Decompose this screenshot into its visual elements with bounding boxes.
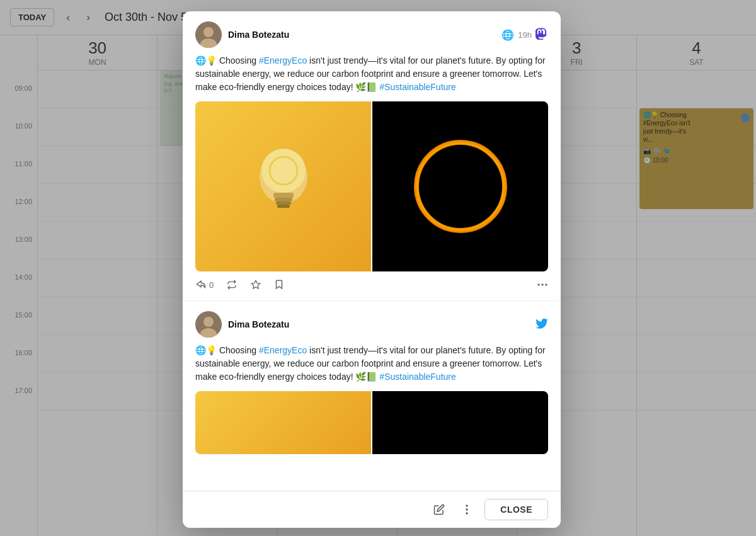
more-icon-1 (537, 283, 548, 286)
post-text-1: 🌐💡 Choosing #EnergyEco isn't just trendy… (195, 54, 548, 94)
mastodon-icon-1 (536, 27, 548, 43)
svg-point-1 (203, 27, 214, 37)
globe-icon-1: 🌐 (501, 29, 514, 41)
post-images-2 (195, 391, 548, 454)
user-name-1: Dima Botezatu (228, 30, 289, 40)
close-button[interactable]: CLOSE (484, 499, 548, 520)
user-name-2: Dima Botezatu (228, 319, 289, 329)
favorite-button-1[interactable] (250, 280, 261, 290)
avatar-2 (195, 311, 222, 338)
post-text-2: 🌐💡 Choosing #EnergyEco isn't just trendy… (195, 344, 548, 384)
hashtag-energyeco-1[interactable]: #EnergyEco (259, 55, 307, 66)
hashtag-sustainablefuture-2[interactable]: #SustainableFuture (379, 372, 455, 382)
svg-point-11 (416, 142, 505, 231)
svg-point-15 (541, 283, 543, 285)
svg-rect-9 (277, 205, 290, 208)
post-image-ring (372, 101, 548, 271)
post-header-2: Dima Botezatu (195, 311, 548, 338)
post-card-2: Dima Botezatu 🌐💡 Choosing #EnergyEco isn… (183, 301, 561, 464)
svg-point-14 (537, 283, 539, 285)
lightbulb-svg (246, 136, 321, 237)
bookmark-button-1[interactable] (274, 279, 284, 290)
user-info-1: Dima Botezatu (228, 30, 289, 40)
post-card-1: Dima Botezatu 🌐 19h 🌐💡 Choosing #EnergyE… (183, 11, 561, 301)
svg-rect-6 (273, 193, 294, 198)
modal-body[interactable]: Dima Botezatu 🌐 19h 🌐💡 Choosing #EnergyE… (183, 11, 561, 491)
svg-point-4 (261, 149, 306, 193)
edit-icon (433, 504, 445, 515)
post-image-bulb (195, 101, 371, 271)
reply-button-1[interactable]: 0 (195, 280, 214, 290)
post-images-1 (195, 101, 548, 271)
vertical-dots-icon (465, 504, 469, 515)
retweet-button-1[interactable] (226, 280, 238, 290)
user-info-2: Dima Botezatu (228, 319, 289, 329)
svg-rect-8 (276, 202, 291, 205)
post-header-1: Dima Botezatu 🌐 19h (195, 21, 548, 48)
social-post-modal: Dima Botezatu 🌐 19h 🌐💡 Choosing #EnergyE… (183, 11, 561, 528)
time-ago-1: 19h (518, 30, 532, 40)
modal-footer: CLOSE (183, 491, 561, 528)
star-icon (250, 280, 261, 290)
avatar-1 (195, 21, 222, 48)
post-meta-1: 🌐 19h (501, 27, 548, 43)
retweet-icon (226, 280, 238, 290)
post-actions-1: 0 (195, 279, 548, 290)
svg-point-22 (466, 512, 468, 514)
post-image-small-ring (372, 391, 548, 454)
more-button-1[interactable] (537, 283, 548, 286)
svg-point-20 (466, 505, 468, 506)
reply-count: 0 (209, 280, 214, 290)
svg-point-16 (545, 283, 547, 285)
post-meta-2 (536, 317, 548, 332)
svg-point-12 (418, 144, 503, 229)
more-options-button[interactable] (457, 499, 477, 520)
hashtag-energyeco-2[interactable]: #EnergyEco (259, 345, 307, 355)
hashtag-sustainablefuture-1[interactable]: #SustainableFuture (379, 82, 455, 92)
svg-point-21 (466, 508, 468, 510)
reply-icon (195, 280, 207, 290)
edit-button[interactable] (429, 499, 449, 520)
svg-point-18 (203, 317, 214, 327)
avatar-image-1 (195, 21, 222, 48)
post-image-small-bulb (195, 391, 371, 454)
bookmark-icon (274, 279, 284, 290)
twitter-icon-2 (536, 317, 548, 332)
svg-marker-13 (252, 280, 260, 288)
ring-svg (398, 123, 524, 249)
svg-rect-7 (275, 198, 292, 202)
avatar-image-2 (195, 311, 222, 338)
